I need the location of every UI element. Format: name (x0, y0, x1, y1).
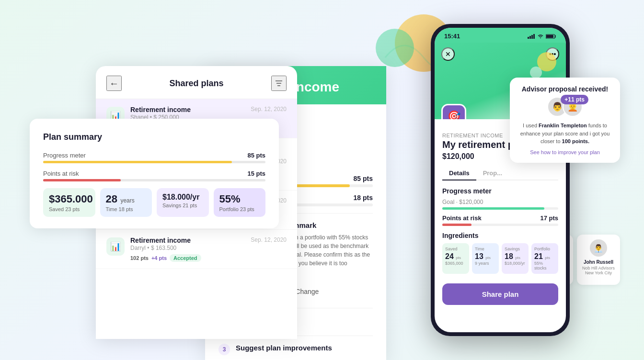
advisor-desc: I used Franklin Templeton funds to enhan… (518, 122, 612, 146)
battery-icon (546, 34, 556, 39)
progress-pts: 85 pts (354, 175, 373, 182)
time-unit: years (120, 197, 134, 204)
deco-dot-white (530, 67, 542, 79)
plan-name: Retirement income (130, 236, 191, 244)
progress-meter-label: Progress meter (43, 152, 86, 159)
advisor-card-title: Advisor proposal received! (518, 85, 612, 93)
phone-ing-time-val: 13 pts (475, 252, 496, 261)
progress-bar-fill (43, 161, 232, 163)
points-at-risk-row: Points at risk 15 pts (43, 170, 265, 177)
plan-list-item[interactable]: 📊 Retirement income Sep. 12, 2020 Darryl… (96, 230, 297, 269)
svg-rect-3 (528, 37, 529, 39)
plan-icon-retirement3: 📊 (106, 237, 125, 256)
time-label: Time 18 pts (106, 206, 147, 212)
pts-badge: +11 pts (561, 95, 588, 104)
phone-ing-portfolio-val: 21 pts (534, 252, 555, 261)
phone-tabs: Details Prop... (442, 167, 558, 180)
progress-bar-bg (43, 161, 265, 163)
wifi-icon (537, 34, 544, 39)
ingredients-grid: $365.000 Saved 23 pts 28 years Time 18 p… (43, 188, 265, 217)
phone-frame: 15:41 (431, 24, 570, 336)
portfolio-label: Portfolio 23 pts (219, 206, 260, 212)
ingredient-saved: $365.000 Saved 23 pts (43, 188, 95, 217)
progress-meter-row: Progress meter 85 pts (43, 152, 265, 159)
ingredient-time: 28 years Time 18 pts (100, 188, 152, 217)
filter-icon (274, 79, 284, 88)
plan-date: Sep. 12, 2020 (251, 236, 287, 244)
plan-date: Sep. 12, 2020 (251, 106, 287, 113)
phone-avatar: 🎯 (441, 104, 466, 119)
phone-ing-grid: Saved 24 pts $365,000 Time 13 pts (442, 243, 558, 274)
phone-progress-title: Progress meter (442, 187, 558, 195)
saved-label: Saved 23 pts (49, 206, 90, 212)
step-content-3: Suggest plan improvements (236, 344, 332, 356)
phone-close-button[interactable]: ✕ (441, 47, 455, 61)
shared-plans-title: Shared plans (169, 79, 223, 89)
plan-name: Retirement income (130, 106, 191, 113)
phone-goal-row: Goal · $120,000 (442, 199, 558, 205)
advisor-strip-card-2[interactable]: 👨‍💼 John Russell Nob Hill Advisors New Y… (577, 235, 620, 285)
portfolio-value: 55% (219, 193, 260, 205)
phone-ingredients-title: Ingredients (442, 232, 558, 239)
phone-prog-fill-green (442, 207, 544, 210)
advisor-proposal-card: Advisor proposal received! 👨 👱 +11 pts I… (510, 78, 620, 163)
phone-status-bar: 15:41 (435, 28, 566, 43)
plan-badges: 102 pts +4 pts Accepted (130, 254, 287, 262)
phone-risk-label: Points at risk (442, 214, 482, 222)
phone-tab-prop[interactable]: Prop... (476, 167, 509, 180)
advisor-avatars-row: 👨 👱 +11 pts (518, 97, 612, 117)
ingredient-portfolio: 55% Portfolio 23 pts (214, 188, 266, 217)
badge-pts: 102 pts (130, 255, 149, 261)
signal-icon (528, 34, 535, 39)
step-num-3: 3 (218, 344, 230, 355)
points-at-risk-pts: 15 pts (247, 170, 265, 177)
phone-risk-row: Points at risk 17 pts (442, 214, 558, 222)
time-value-row: 28 years (106, 193, 147, 205)
risk-pts: 18 pts (354, 194, 373, 202)
phone-tab-details[interactable]: Details (442, 167, 476, 180)
plan-summary-title: Plan summary (43, 132, 265, 142)
share-plan-button[interactable]: Share plan (442, 283, 558, 305)
advisor-link[interactable]: See how to improve your plan (518, 149, 612, 155)
phone-ing-saved: Saved 24 pts $365,000 (442, 243, 469, 274)
plan-summary-card: Plan summary Progress meter 85 pts Point… (30, 119, 279, 228)
svg-rect-4 (529, 36, 531, 39)
svg-rect-5 (531, 35, 533, 39)
ingredient-savings: $18.000/yr Savings 21 pts (157, 188, 209, 217)
phone-screen: 15:41 (435, 28, 566, 332)
risk-bar-fill (43, 179, 121, 181)
phone-ing-savings-val: 18 pts (505, 252, 526, 261)
savings-value: $18.000/yr (162, 193, 203, 202)
phone-prog-bar-bg (442, 207, 558, 210)
phone-wrapper: 15:41 (431, 24, 570, 336)
progress-meter-pts: 85 pts (247, 152, 265, 159)
badge-pts-extra: +4 pts (151, 255, 167, 261)
status-icons (528, 34, 556, 39)
phone-ing-saved-val: 24 pts (445, 252, 466, 261)
phone-ing-savings: Savings 18 pts $18,000/yr (502, 243, 529, 274)
phone-ing-time: Time 13 pts 9 years (472, 243, 499, 274)
phone-risk-bar-bg (442, 224, 558, 226)
phone-risk-pts: 17 pts (540, 214, 558, 222)
phone-goal-label: Goal · $120,000 (442, 199, 483, 205)
advisor-strip-company-2: Nob Hill Advisors (581, 266, 616, 270)
plan-meta: Darryl • $ 163.500 (130, 245, 287, 251)
filter-button[interactable] (271, 76, 287, 91)
phone-risk-fill (442, 224, 472, 226)
advisor-strip-name-2: John Russell (581, 259, 616, 265)
status-time: 15:41 (444, 33, 460, 40)
svg-rect-8 (546, 35, 553, 38)
svg-rect-6 (533, 34, 535, 39)
phone-ing-portfolio: Portfolio 21 pts 55% stocks (531, 243, 558, 274)
time-value: 28 (106, 193, 117, 205)
step-3: 3 Suggest plan improvements (218, 336, 373, 360)
plan-info: Retirement income Sep. 12, 2020 Darryl •… (130, 236, 287, 262)
step-title-3: Suggest plan improvements (236, 344, 332, 352)
advisor-strip-avatar-2: 👨‍💼 (590, 239, 607, 257)
risk-bar-bg (43, 179, 265, 181)
badge-status: Accepted (170, 254, 201, 262)
back-button[interactable]: ← (106, 76, 122, 91)
advisor-strip-city-2: New York City (581, 270, 616, 275)
savings-label: Savings 21 pts (162, 202, 203, 208)
panel-header: ← Shared plans (96, 66, 297, 99)
